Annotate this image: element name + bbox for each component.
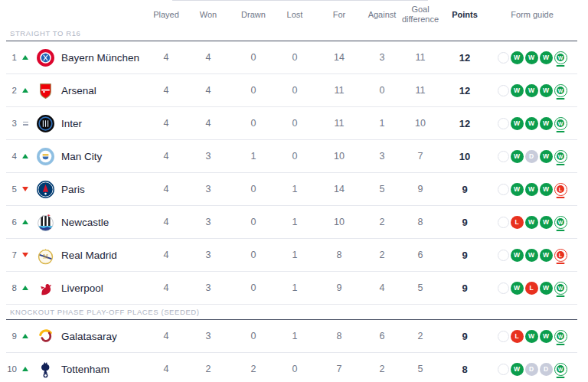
- team-row[interactable]: 4Man City4310103710WDWW: [6, 140, 577, 173]
- movement-down-icon: [18, 253, 32, 257]
- team-row[interactable]: 8Liverpool43019459WLWW: [6, 272, 577, 305]
- stat-against: 0: [366, 85, 398, 96]
- team-row[interactable]: 6Newcastle430110289LWWW: [6, 206, 577, 239]
- column-header-points: Points: [443, 10, 487, 20]
- form-badge-latest-underline: [557, 197, 565, 198]
- stat-won: 4: [187, 118, 230, 129]
- club-name: Galatasaray: [58, 331, 145, 342]
- form-badge-loss: L: [554, 183, 567, 196]
- section-rows-knockout-playoff-seeded: 9Galatasaray43018629LWWW10Tottenham42207…: [6, 320, 577, 382]
- form-badge-latest-underline: [557, 230, 565, 231]
- stat-won: 4: [187, 52, 230, 63]
- form-slot-empty: [498, 282, 509, 294]
- team-row[interactable]: 3Inter44001111012WWWW: [6, 107, 577, 140]
- club-name: Liverpool: [58, 282, 145, 294]
- form-slot-empty: [498, 250, 509, 261]
- column-header-goal-difference: Goal difference: [398, 5, 443, 24]
- club-name: Real Madrid: [58, 250, 145, 261]
- form-slot-empty: [498, 331, 509, 342]
- column-header-row: Played Won Drawn Lost For Against Goal d…: [6, 0, 577, 26]
- stat-goal-difference: 9: [398, 184, 443, 194]
- newcastle-logo-icon: [32, 213, 58, 232]
- form-guide: WWWL: [487, 183, 577, 196]
- liverpool-logo-icon: [32, 279, 58, 298]
- team-row[interactable]: 5Paris430114599WWWL: [6, 173, 577, 206]
- stat-for: 14: [312, 184, 366, 194]
- form-badge-draw: D: [540, 363, 553, 376]
- form-badge-core: W: [557, 365, 564, 373]
- movement-same-glyph: [23, 121, 28, 126]
- stat-drawn: 0: [230, 217, 277, 227]
- stat-won: 4: [187, 85, 230, 96]
- stat-goal-difference: 5: [398, 364, 443, 374]
- form-slot-empty: [498, 184, 509, 195]
- stat-goal-difference: 8: [398, 217, 443, 227]
- stat-lost: 0: [277, 118, 312, 129]
- team-row[interactable]: 2Arsenal44001101112WWWW: [6, 74, 577, 107]
- column-header-for: For: [312, 10, 366, 20]
- team-row[interactable]: 10Tottenham42207258WDDW: [6, 353, 577, 382]
- movement-up-icon: [18, 334, 32, 338]
- form-badge-win: W: [525, 330, 538, 343]
- stat-for: 11: [312, 85, 366, 96]
- rank-number: 9: [6, 331, 18, 341]
- stat-against: 1: [366, 118, 398, 129]
- form-slot-empty: [498, 364, 509, 375]
- movement-same-icon: [18, 121, 32, 126]
- form-badge-loss: L: [554, 249, 567, 262]
- form-guide: WWWW: [487, 84, 577, 97]
- form-guide: WWWW: [487, 51, 577, 64]
- stat-against: 3: [366, 151, 398, 162]
- club-name: Tottenham: [58, 364, 145, 375]
- form-badge-latest-underline: [557, 65, 565, 67]
- form-badge-win: W: [511, 363, 524, 376]
- form-badge-core: W: [557, 54, 564, 61]
- form-badge-win: W: [540, 282, 553, 295]
- stat-points: 10: [443, 151, 487, 162]
- stat-won: 2: [187, 364, 230, 374]
- form-guide: WDWW: [487, 150, 577, 163]
- club-name: Newcastle: [58, 217, 145, 228]
- stat-won: 3: [187, 217, 230, 227]
- rank-number: 7: [6, 250, 18, 260]
- man-city-logo-icon: [32, 147, 58, 166]
- team-row[interactable]: 1Bayern München44001431112WWWW: [6, 41, 577, 74]
- form-badge-win: W: [525, 249, 538, 262]
- stat-lost: 1: [277, 184, 312, 194]
- stat-drawn: 0: [230, 282, 277, 293]
- stat-against: 3: [366, 52, 398, 63]
- form-guide: WWWW: [487, 117, 577, 130]
- column-header-drawn: Drawn: [230, 10, 277, 20]
- stat-points: 12: [443, 52, 487, 64]
- form-badge-win: W: [540, 330, 553, 343]
- team-row[interactable]: 7MReal Madrid43018269WWWL: [6, 239, 577, 272]
- form-badge-latest-underline: [557, 98, 565, 100]
- form-badge-win: W: [554, 330, 567, 343]
- form-badge-core: W: [557, 87, 564, 94]
- stat-drawn: 0: [230, 331, 277, 341]
- form-badge-core: W: [557, 218, 564, 226]
- form-badge-latest-underline: [557, 377, 565, 378]
- club-name: Bayern München: [58, 52, 145, 64]
- top-divider-fragment: [172, 0, 428, 1]
- form-badge-win: W: [511, 84, 524, 97]
- stat-for: 9: [312, 282, 366, 293]
- form-slot-empty: [498, 118, 509, 129]
- form-badge-win: W: [511, 150, 524, 163]
- rank-number: 6: [6, 217, 18, 227]
- form-badge-win: W: [511, 51, 524, 64]
- rank-number: 2: [6, 86, 18, 95]
- form-slot-empty: [498, 217, 509, 228]
- section-header-knockout-playoff-seeded: KNOCKOUT PHASE PLAY-OFF PLACES (SEEDED): [6, 305, 577, 320]
- stat-against: 2: [366, 364, 398, 374]
- form-badge-draw: D: [525, 150, 538, 163]
- form-badge-win: W: [554, 216, 567, 229]
- form-badge-win: W: [511, 183, 524, 196]
- club-name: Man City: [58, 151, 145, 162]
- form-badge-loss: L: [525, 282, 538, 295]
- form-guide: WDDW: [487, 363, 577, 376]
- form-guide: LWWW: [487, 330, 577, 343]
- team-row[interactable]: 9Galatasaray43018629LWWW: [6, 320, 577, 353]
- form-badge-win: W: [525, 117, 538, 130]
- form-badge-core: W: [557, 284, 564, 292]
